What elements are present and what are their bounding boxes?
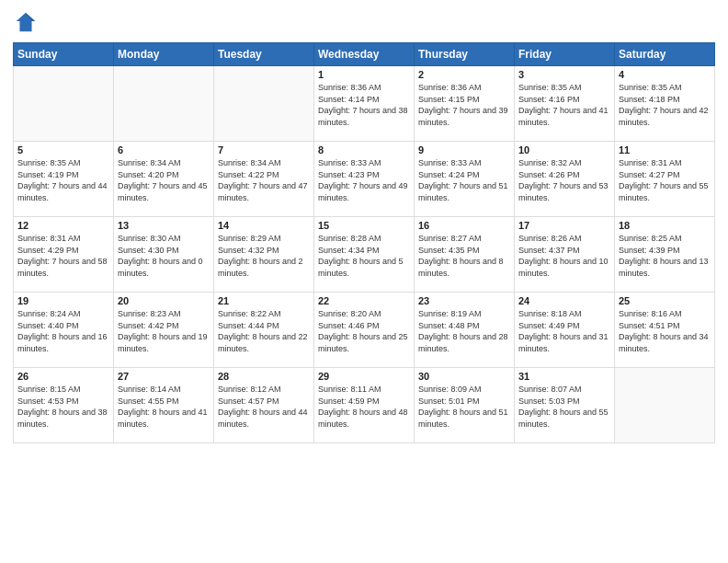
day-info: Sunrise: 8:07 AM Sunset: 5:03 PM Dayligh… bbox=[518, 384, 610, 430]
calendar-cell: 23Sunrise: 8:19 AM Sunset: 4:48 PM Dayli… bbox=[415, 293, 515, 368]
calendar-cell: 12Sunrise: 8:31 AM Sunset: 4:29 PM Dayli… bbox=[14, 217, 114, 293]
header bbox=[13, 9, 715, 35]
day-info: Sunrise: 8:30 AM Sunset: 4:30 PM Dayligh… bbox=[118, 233, 210, 279]
day-number: 24 bbox=[518, 295, 610, 306]
day-info: Sunrise: 8:35 AM Sunset: 4:18 PM Dayligh… bbox=[619, 82, 711, 128]
day-info: Sunrise: 8:33 AM Sunset: 4:23 PM Dayligh… bbox=[318, 157, 410, 203]
day-info: Sunrise: 8:36 AM Sunset: 4:15 PM Dayligh… bbox=[418, 82, 510, 128]
calendar-cell: 9Sunrise: 8:33 AM Sunset: 4:24 PM Daylig… bbox=[415, 142, 515, 217]
day-number: 16 bbox=[418, 220, 510, 231]
day-info: Sunrise: 8:24 AM Sunset: 4:40 PM Dayligh… bbox=[17, 308, 109, 354]
calendar-cell: 4Sunrise: 8:35 AM Sunset: 4:18 PM Daylig… bbox=[615, 66, 715, 142]
day-info: Sunrise: 8:33 AM Sunset: 4:24 PM Dayligh… bbox=[418, 157, 510, 203]
day-number: 14 bbox=[218, 220, 310, 231]
day-info: Sunrise: 8:11 AM Sunset: 4:59 PM Dayligh… bbox=[318, 384, 410, 430]
calendar-cell: 30Sunrise: 8:09 AM Sunset: 5:01 PM Dayli… bbox=[415, 368, 515, 443]
week-row-4: 19Sunrise: 8:24 AM Sunset: 4:40 PM Dayli… bbox=[14, 293, 715, 368]
day-number: 10 bbox=[518, 144, 610, 155]
calendar-cell: 19Sunrise: 8:24 AM Sunset: 4:40 PM Dayli… bbox=[14, 293, 114, 368]
calendar-cell: 24Sunrise: 8:18 AM Sunset: 4:49 PM Dayli… bbox=[515, 293, 615, 368]
calendar-cell: 22Sunrise: 8:20 AM Sunset: 4:46 PM Dayli… bbox=[314, 293, 415, 368]
day-info: Sunrise: 8:26 AM Sunset: 4:37 PM Dayligh… bbox=[518, 233, 610, 279]
svg-marker-0 bbox=[17, 13, 36, 32]
calendar-cell: 29Sunrise: 8:11 AM Sunset: 4:59 PM Dayli… bbox=[314, 368, 415, 443]
day-number: 7 bbox=[218, 144, 310, 155]
day-number: 30 bbox=[418, 371, 510, 382]
calendar-cell: 7Sunrise: 8:34 AM Sunset: 4:22 PM Daylig… bbox=[214, 142, 314, 217]
day-number: 3 bbox=[518, 69, 610, 80]
day-info: Sunrise: 8:18 AM Sunset: 4:49 PM Dayligh… bbox=[518, 308, 610, 354]
weekday-wednesday: Wednesday bbox=[314, 43, 415, 66]
day-number: 20 bbox=[118, 295, 210, 306]
calendar-cell bbox=[14, 66, 114, 142]
week-row-5: 26Sunrise: 8:15 AM Sunset: 4:53 PM Dayli… bbox=[14, 368, 715, 443]
calendar-cell: 11Sunrise: 8:31 AM Sunset: 4:27 PM Dayli… bbox=[615, 142, 715, 217]
day-info: Sunrise: 8:34 AM Sunset: 4:22 PM Dayligh… bbox=[218, 157, 310, 203]
calendar-cell: 20Sunrise: 8:23 AM Sunset: 4:42 PM Dayli… bbox=[114, 293, 214, 368]
weekday-saturday: Saturday bbox=[615, 43, 715, 66]
day-info: Sunrise: 8:15 AM Sunset: 4:53 PM Dayligh… bbox=[17, 384, 109, 430]
calendar-cell: 13Sunrise: 8:30 AM Sunset: 4:30 PM Dayli… bbox=[114, 217, 214, 293]
day-info: Sunrise: 8:22 AM Sunset: 4:44 PM Dayligh… bbox=[218, 308, 310, 354]
calendar-cell: 1Sunrise: 8:36 AM Sunset: 4:14 PM Daylig… bbox=[314, 66, 415, 142]
weekday-tuesday: Tuesday bbox=[214, 43, 314, 66]
day-number: 27 bbox=[118, 371, 210, 382]
day-number: 15 bbox=[318, 220, 410, 231]
calendar-cell bbox=[114, 66, 214, 142]
day-info: Sunrise: 8:32 AM Sunset: 4:26 PM Dayligh… bbox=[518, 157, 610, 203]
logo-icon bbox=[13, 9, 39, 35]
day-info: Sunrise: 8:35 AM Sunset: 4:16 PM Dayligh… bbox=[518, 82, 610, 128]
day-info: Sunrise: 8:35 AM Sunset: 4:19 PM Dayligh… bbox=[17, 157, 109, 203]
calendar-cell: 2Sunrise: 8:36 AM Sunset: 4:15 PM Daylig… bbox=[415, 66, 515, 142]
day-info: Sunrise: 8:23 AM Sunset: 4:42 PM Dayligh… bbox=[118, 308, 210, 354]
calendar-cell: 10Sunrise: 8:32 AM Sunset: 4:26 PM Dayli… bbox=[515, 142, 615, 217]
calendar-cell: 17Sunrise: 8:26 AM Sunset: 4:37 PM Dayli… bbox=[515, 217, 615, 293]
day-number: 4 bbox=[619, 69, 711, 80]
day-number: 8 bbox=[318, 144, 410, 155]
day-info: Sunrise: 8:34 AM Sunset: 4:20 PM Dayligh… bbox=[118, 157, 210, 203]
calendar: SundayMondayTuesdayWednesdayThursdayFrid… bbox=[13, 42, 715, 443]
calendar-cell bbox=[615, 368, 715, 443]
calendar-cell: 25Sunrise: 8:16 AM Sunset: 4:51 PM Dayli… bbox=[615, 293, 715, 368]
calendar-cell: 14Sunrise: 8:29 AM Sunset: 4:32 PM Dayli… bbox=[214, 217, 314, 293]
day-number: 23 bbox=[418, 295, 510, 306]
weekday-sunday: Sunday bbox=[14, 43, 114, 66]
day-number: 13 bbox=[118, 220, 210, 231]
day-info: Sunrise: 8:25 AM Sunset: 4:39 PM Dayligh… bbox=[619, 233, 711, 279]
day-number: 6 bbox=[118, 144, 210, 155]
day-info: Sunrise: 8:14 AM Sunset: 4:55 PM Dayligh… bbox=[118, 384, 210, 430]
day-number: 17 bbox=[518, 220, 610, 231]
day-number: 19 bbox=[17, 295, 109, 306]
calendar-cell: 6Sunrise: 8:34 AM Sunset: 4:20 PM Daylig… bbox=[114, 142, 214, 217]
calendar-cell: 26Sunrise: 8:15 AM Sunset: 4:53 PM Dayli… bbox=[14, 368, 114, 443]
day-number: 12 bbox=[17, 220, 109, 231]
calendar-cell: 3Sunrise: 8:35 AM Sunset: 4:16 PM Daylig… bbox=[515, 66, 615, 142]
day-info: Sunrise: 8:36 AM Sunset: 4:14 PM Dayligh… bbox=[318, 82, 410, 128]
day-info: Sunrise: 8:31 AM Sunset: 4:29 PM Dayligh… bbox=[17, 233, 109, 279]
weekday-monday: Monday bbox=[114, 43, 214, 66]
week-row-2: 5Sunrise: 8:35 AM Sunset: 4:19 PM Daylig… bbox=[14, 142, 715, 217]
day-info: Sunrise: 8:28 AM Sunset: 4:34 PM Dayligh… bbox=[318, 233, 410, 279]
day-info: Sunrise: 8:12 AM Sunset: 4:57 PM Dayligh… bbox=[218, 384, 310, 430]
day-number: 29 bbox=[318, 371, 410, 382]
day-info: Sunrise: 8:27 AM Sunset: 4:35 PM Dayligh… bbox=[418, 233, 510, 279]
day-number: 21 bbox=[218, 295, 310, 306]
day-number: 2 bbox=[418, 69, 510, 80]
day-number: 31 bbox=[518, 371, 610, 382]
calendar-cell bbox=[214, 66, 314, 142]
day-info: Sunrise: 8:19 AM Sunset: 4:48 PM Dayligh… bbox=[418, 308, 510, 354]
calendar-cell: 5Sunrise: 8:35 AM Sunset: 4:19 PM Daylig… bbox=[14, 142, 114, 217]
weekday-header-row: SundayMondayTuesdayWednesdayThursdayFrid… bbox=[14, 43, 715, 66]
page: SundayMondayTuesdayWednesdayThursdayFrid… bbox=[0, 0, 728, 563]
day-info: Sunrise: 8:31 AM Sunset: 4:27 PM Dayligh… bbox=[619, 157, 711, 203]
day-number: 28 bbox=[218, 371, 310, 382]
calendar-cell: 16Sunrise: 8:27 AM Sunset: 4:35 PM Dayli… bbox=[415, 217, 515, 293]
weekday-thursday: Thursday bbox=[415, 43, 515, 66]
day-number: 26 bbox=[17, 371, 109, 382]
day-number: 1 bbox=[318, 69, 410, 80]
day-number: 9 bbox=[418, 144, 510, 155]
week-row-1: 1Sunrise: 8:36 AM Sunset: 4:14 PM Daylig… bbox=[14, 66, 715, 142]
day-number: 18 bbox=[619, 220, 711, 231]
logo bbox=[13, 9, 42, 35]
calendar-cell: 28Sunrise: 8:12 AM Sunset: 4:57 PM Dayli… bbox=[214, 368, 314, 443]
